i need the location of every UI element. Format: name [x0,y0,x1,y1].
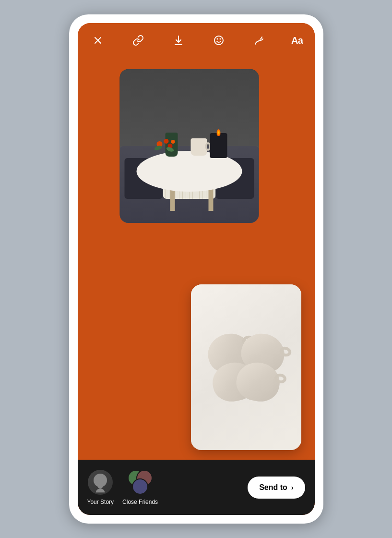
cup-handle-4 [273,372,287,384]
close-button[interactable] [89,32,107,49]
close-friends-label: Close Friends [122,499,158,505]
text-tool-button[interactable]: Aa [291,35,303,46]
your-story-avatar [88,470,113,495]
draw-icon[interactable] [251,32,268,49]
sticker-icon[interactable] [210,32,227,49]
cup-group [203,319,289,416]
link-icon[interactable] [130,32,147,49]
svg-point-2 [214,36,223,45]
story-options: Your Story Close Friends [87,470,158,505]
cup-handle-2 [278,345,292,358]
your-story-option[interactable]: Your Story [87,470,114,505]
photo-card-ceramics[interactable] [191,284,301,450]
photo-card-interior[interactable] [119,69,259,223]
phone-screen: Aa [78,23,315,515]
close-friends-avatars [128,470,153,495]
your-story-label: Your Story [87,499,114,505]
close-friends-option[interactable]: Close Friends [122,470,158,505]
send-to-button[interactable]: Send to › [248,477,305,499]
toolbar: Aa [78,23,315,55]
canvas-area [78,55,315,460]
cf-avatar-3 [132,478,148,495]
device-frame: Aa [69,14,323,524]
ceramic-scene-image [191,284,301,450]
send-to-label: Send to [259,483,287,492]
svg-point-5 [97,483,103,489]
download-icon[interactable] [170,32,187,49]
send-chevron-icon: › [291,484,294,491]
interior-scene-image [119,69,259,223]
bottom-bar: Your Story Close Friends Send to › [78,460,315,515]
